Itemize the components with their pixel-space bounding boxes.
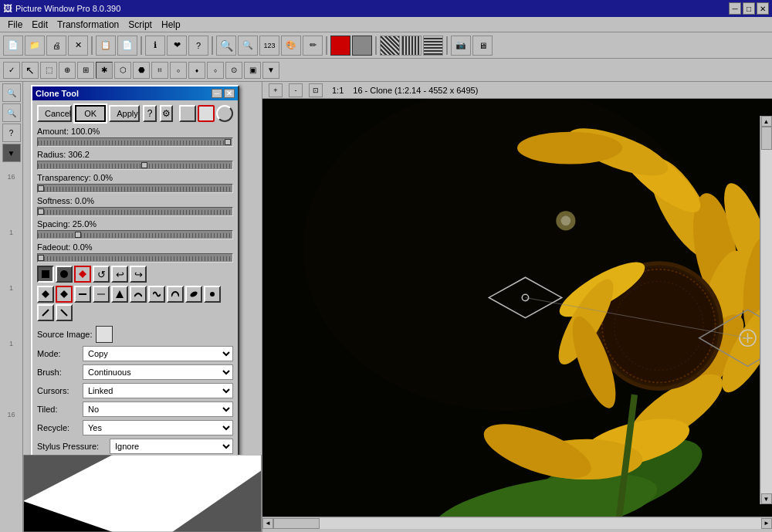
redo-btn[interactable]: ↪	[130, 266, 147, 283]
amount-slider[interactable]	[37, 137, 233, 147]
pattern1-button[interactable]	[380, 36, 400, 56]
pattern2-button[interactable]	[401, 36, 422, 56]
close-button[interactable]: ✕	[757, 2, 769, 15]
scroll-left-button[interactable]: ◄	[262, 518, 273, 529]
brush-curve1[interactable]	[130, 286, 147, 303]
background-color[interactable]	[352, 36, 372, 56]
display-button[interactable]: 🖥	[472, 36, 493, 56]
brush-curve3[interactable]	[167, 286, 184, 303]
zoom-out-button[interactable]: 🔍	[238, 36, 258, 56]
menu-edit[interactable]: Edit	[27, 18, 52, 32]
pencil-button[interactable]: ✏	[303, 36, 323, 56]
scroll-right-button[interactable]: ►	[761, 518, 772, 529]
sidebar-btn-3[interactable]: ?	[2, 124, 21, 142]
tool8[interactable]: ⬣	[133, 62, 150, 79]
brush-slash[interactable]	[37, 304, 54, 321]
color-picker-button[interactable]: 🎨	[281, 36, 301, 56]
circle-shape-btn[interactable]	[56, 266, 73, 283]
tool14[interactable]: ▣	[244, 62, 261, 79]
radius-slider[interactable]	[37, 161, 233, 170]
brush-dot[interactable]	[204, 286, 221, 303]
apply-button[interactable]: Apply	[109, 105, 140, 122]
check-tool[interactable]: ✓	[3, 62, 20, 79]
brush-diamond2[interactable]	[56, 286, 73, 303]
scroll-track-h[interactable]	[273, 518, 761, 529]
tool13[interactable]: ⊙	[225, 62, 242, 79]
cursors-select[interactable]: Linked Independent	[83, 383, 233, 398]
ok-button[interactable]: OK	[75, 105, 106, 122]
circle-btn-2[interactable]	[198, 105, 215, 122]
brush-curve2[interactable]	[148, 286, 165, 303]
help-button[interactable]: ?	[188, 36, 208, 56]
diamond-shape-btn[interactable]	[74, 266, 91, 283]
img-zoom-out-btn[interactable]: -	[289, 83, 303, 97]
sidebar-btn-1[interactable]: 🔍	[2, 83, 21, 102]
mode-select[interactable]: Copy Clone Heal	[83, 346, 233, 361]
recycle-select[interactable]: Yes No	[83, 420, 233, 435]
spacing-slider[interactable]	[37, 230, 233, 239]
open-button[interactable]: 📁	[25, 36, 45, 56]
scroll-thumb-v[interactable]	[761, 127, 772, 150]
dropdown-arrow-btn[interactable]: ▼	[262, 62, 279, 79]
foreground-color[interactable]	[330, 36, 350, 56]
cancel-button[interactable]: Cancel	[37, 105, 72, 122]
stylus-select[interactable]: Ignore Size Opacity Both	[110, 439, 233, 454]
menu-file[interactable]: File	[3, 18, 27, 32]
help-icon-button[interactable]: ?	[143, 105, 156, 122]
img-zoom-in-btn[interactable]: +	[269, 83, 283, 97]
undo-btn[interactable]: ↩	[111, 266, 128, 283]
scroll-up-button[interactable]: ▲	[761, 116, 772, 127]
scroll-thumb-h[interactable]	[273, 518, 320, 529]
tiled-select[interactable]: No Yes	[83, 402, 233, 417]
brush-diamond[interactable]	[37, 286, 54, 303]
pixel-size-button[interactable]: 123	[259, 36, 279, 56]
print-setup-button[interactable]: 🖨	[46, 36, 66, 56]
tool4[interactable]: ⊕	[59, 62, 76, 79]
copy-button[interactable]: 📋	[96, 36, 116, 56]
scroll-down-button[interactable]: ▼	[761, 493, 772, 504]
close-img-button[interactable]: ✕	[68, 36, 88, 56]
brush-triangle[interactable]	[111, 286, 128, 303]
maximize-button[interactable]: □	[743, 2, 755, 15]
vertical-scrollbar[interactable]: ▲ ▼	[760, 116, 772, 504]
paste-button[interactable]: 📄	[117, 36, 137, 56]
crop-tool[interactable]: ⬚	[40, 62, 57, 79]
circle-btn-3[interactable]	[216, 105, 233, 122]
image-viewport[interactable]: 16	[262, 99, 772, 517]
fadeout-slider[interactable]	[37, 253, 233, 263]
brush-leaf[interactable]	[185, 286, 202, 303]
dialog-close-button[interactable]: ✕	[224, 89, 235, 98]
source-image-swatch[interactable]	[96, 326, 113, 343]
brush-backslash[interactable]	[56, 304, 73, 321]
softness-slider[interactable]	[37, 207, 233, 216]
horizontal-scrollbar[interactable]: ◄ ►	[262, 517, 772, 529]
menu-script[interactable]: Script	[124, 18, 157, 32]
favorite-button[interactable]: ❤	[167, 36, 187, 56]
transparency-slider[interactable]	[37, 184, 233, 193]
sidebar-btn-2[interactable]: 🔍	[2, 103, 21, 122]
settings-icon-button[interactable]: ⚙	[160, 105, 173, 122]
reset-shape-btn[interactable]: ↺	[93, 266, 110, 283]
new-button[interactable]: 📄	[3, 36, 23, 56]
brush-line1[interactable]	[74, 286, 91, 303]
camera-button[interactable]: 📷	[451, 36, 471, 56]
minimize-button[interactable]: ─	[729, 2, 741, 15]
img-fit-btn[interactable]: ⊡	[309, 83, 323, 97]
tool6[interactable]: ✱	[96, 62, 113, 79]
pattern3-button[interactable]	[423, 36, 443, 56]
tool12[interactable]: ⬨	[207, 62, 224, 79]
tool11[interactable]: ⬧	[188, 62, 205, 79]
info-button[interactable]: ℹ	[145, 36, 165, 56]
tool9[interactable]: ⌗	[151, 62, 168, 79]
brush-line2[interactable]	[93, 286, 110, 303]
tool10[interactable]: ⬦	[170, 62, 187, 79]
square-shape-btn[interactable]	[37, 266, 54, 283]
tool5[interactable]: ⊞	[77, 62, 94, 79]
menu-help[interactable]: Help	[157, 18, 185, 32]
scroll-track-v[interactable]	[761, 127, 772, 493]
dialog-minimize-button[interactable]: ─	[212, 89, 222, 98]
zoom-in-button[interactable]: 🔍	[216, 36, 236, 56]
tool7[interactable]: ⬡	[114, 62, 131, 79]
menu-transformation[interactable]: Transformation	[52, 18, 124, 32]
brush-select[interactable]: Continuous Stipple	[83, 364, 233, 380]
